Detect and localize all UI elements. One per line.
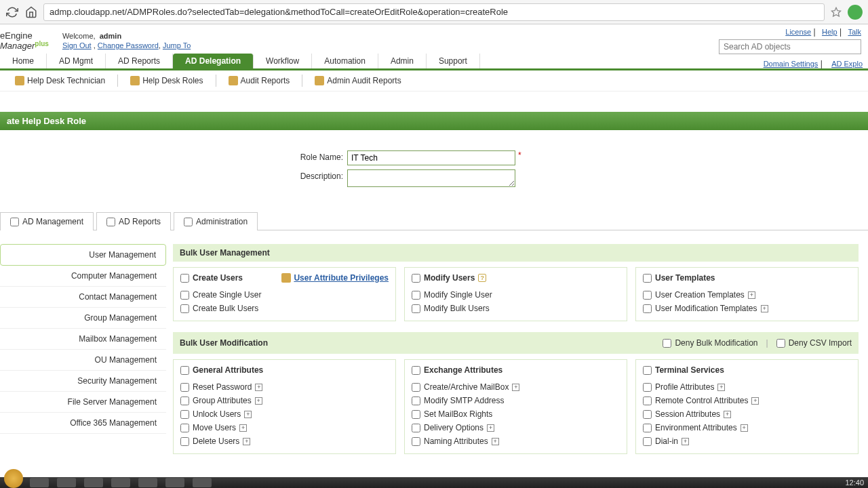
subtab-roles[interactable]: Help Desk Roles — [118, 75, 216, 87]
check-modify-smtp[interactable] — [412, 396, 420, 405]
person-icon — [130, 76, 140, 85]
report-icon — [315, 76, 324, 85]
check-reset-password[interactable] — [180, 383, 189, 392]
tab-home[interactable]: Home — [0, 54, 47, 68]
role-name-input[interactable] — [347, 150, 515, 165]
tab-support[interactable]: Support — [427, 54, 480, 68]
check-session-attributes[interactable] — [643, 410, 652, 419]
subtab-audit-reports[interactable]: Audit Reports — [216, 75, 303, 87]
section-bulk-user-modification: Bulk User Modification Deny Bulk Modific… — [173, 332, 859, 354]
expand-icon[interactable]: + — [761, 305, 768, 312]
url-text: admp.cloudapp.net/ADMPRoles.do?selectedT… — [50, 7, 508, 17]
expand-icon[interactable]: + — [244, 411, 252, 418]
expand-icon[interactable]: + — [751, 397, 759, 405]
license-link[interactable]: License — [785, 28, 811, 36]
sidenav-contact-management[interactable]: Contact Management — [0, 287, 166, 308]
content-area: User Management Computer Management Cont… — [0, 230, 868, 465]
tab-admin[interactable]: Admin — [378, 54, 427, 68]
group-user-templates: User Templates User Creation Templates+ … — [635, 267, 859, 321]
check-create-users[interactable] — [180, 274, 189, 283]
group-exchange-attributes: Exchange Attributes Create/Archive MailB… — [404, 359, 627, 454]
check-exchange-attributes[interactable] — [412, 366, 420, 375]
expand-icon[interactable]: + — [487, 424, 494, 432]
sidenav-ou-management[interactable]: OU Management — [0, 350, 166, 371]
expand-icon[interactable]: + — [492, 438, 499, 445]
check-remote-control-attributes[interactable] — [643, 396, 652, 405]
check-naming-attributes[interactable] — [412, 437, 420, 446]
expand-icon[interactable]: + — [243, 438, 250, 445]
url-bar[interactable]: admp.cloudapp.net/ADMPRoles.do?selectedT… — [43, 3, 825, 21]
tab-workflow[interactable]: Workflow — [254, 54, 312, 68]
subtab-admin-audit[interactable]: Admin Audit Reports — [302, 75, 413, 87]
check-terminal-services[interactable] — [643, 366, 652, 375]
sub-tabs: Help Desk Technician Help Desk Roles Aud… — [0, 70, 868, 92]
tab-ad-mgmt[interactable]: AD Mgmt — [47, 54, 106, 68]
expand-icon[interactable]: + — [255, 397, 262, 405]
check-move-users[interactable] — [180, 424, 189, 432]
jump-to-link[interactable]: Jump To — [163, 41, 191, 49]
cat-check-administration[interactable] — [184, 218, 193, 226]
domain-settings-link[interactable]: Domain Settings — [764, 60, 818, 68]
check-modify-bulk-users[interactable] — [412, 304, 420, 313]
help-link[interactable]: Help — [822, 28, 837, 36]
sign-out-link[interactable]: Sign Out — [62, 41, 92, 49]
cat-check-ad-management[interactable] — [10, 218, 19, 226]
cat-tab-ad-reports[interactable]: AD Reports — [96, 212, 171, 230]
expand-icon[interactable]: + — [741, 424, 748, 432]
description-input[interactable] — [347, 169, 515, 187]
check-group-attributes[interactable] — [180, 396, 189, 405]
talk-link[interactable]: Talk — [848, 28, 861, 36]
expand-icon[interactable]: + — [682, 438, 689, 445]
change-password-link[interactable]: Change Password — [98, 41, 159, 49]
expand-icon[interactable]: + — [239, 424, 247, 432]
expand-icon[interactable]: + — [748, 291, 755, 299]
person-icon — [15, 76, 24, 85]
sidenav-mailbox-management[interactable]: Mailbox Management — [0, 329, 166, 350]
sidenav-file-server-management[interactable]: File Server Management — [0, 392, 166, 413]
check-delivery-options[interactable] — [412, 424, 420, 432]
cat-tab-administration[interactable]: Administration — [174, 212, 258, 230]
check-delete-users[interactable] — [180, 437, 189, 446]
check-deny-bulk-modification[interactable] — [663, 339, 671, 348]
check-dial-in[interactable] — [643, 437, 652, 446]
user-attribute-privileges-link[interactable]: User Attribute Privileges — [281, 273, 389, 283]
cat-check-ad-reports[interactable] — [106, 218, 115, 226]
cat-tab-ad-management[interactable]: AD Management — [0, 212, 94, 230]
tab-ad-delegation[interactable]: AD Delegation — [173, 54, 254, 68]
expand-icon[interactable]: + — [724, 411, 731, 418]
search-ad-input[interactable] — [719, 39, 861, 54]
sidenav-computer-management[interactable]: Computer Management — [0, 266, 166, 287]
reload-icon[interactable] — [5, 5, 19, 19]
logo: eEngine Managerplus — [0, 30, 49, 51]
tab-ad-reports[interactable]: AD Reports — [106, 54, 173, 68]
help-icon[interactable]: ? — [478, 274, 486, 282]
ad-explorer-link[interactable]: AD Explo — [831, 60, 863, 68]
sidenav-office-365-management[interactable]: Office 365 Management — [0, 413, 166, 434]
check-modify-single-user[interactable] — [412, 291, 420, 300]
check-user-creation-templates[interactable] — [643, 291, 652, 300]
sidenav-security-management[interactable]: Security Management — [0, 371, 166, 392]
tab-automation[interactable]: Automation — [312, 54, 378, 68]
check-general-attributes[interactable] — [180, 366, 189, 375]
expand-icon[interactable]: + — [717, 384, 725, 391]
sidenav-user-management[interactable]: User Management — [0, 244, 166, 266]
check-set-mailbox-rights[interactable] — [412, 410, 420, 419]
category-tabs: AD Management AD Reports Administration — [0, 211, 868, 230]
check-deny-csv-import[interactable] — [776, 339, 785, 348]
extension-icon[interactable] — [848, 5, 863, 20]
check-create-single-user[interactable] — [180, 291, 189, 300]
check-modify-users[interactable] — [412, 274, 420, 283]
check-create-archive-mailbox[interactable] — [412, 383, 420, 392]
check-environment-attributes[interactable] — [643, 424, 652, 432]
expand-icon[interactable]: + — [512, 384, 519, 391]
home-icon[interactable] — [24, 5, 38, 19]
check-user-templates[interactable] — [643, 274, 652, 283]
check-profile-attributes[interactable] — [643, 383, 652, 392]
star-icon[interactable] — [830, 5, 842, 19]
check-create-bulk-users[interactable] — [180, 304, 189, 313]
check-user-modification-templates[interactable] — [643, 304, 652, 313]
sidenav-group-management[interactable]: Group Management — [0, 308, 166, 329]
subtab-technician[interactable]: Help Desk Technician — [3, 75, 118, 87]
check-unlock-users[interactable] — [180, 410, 189, 419]
expand-icon[interactable]: + — [255, 384, 262, 391]
